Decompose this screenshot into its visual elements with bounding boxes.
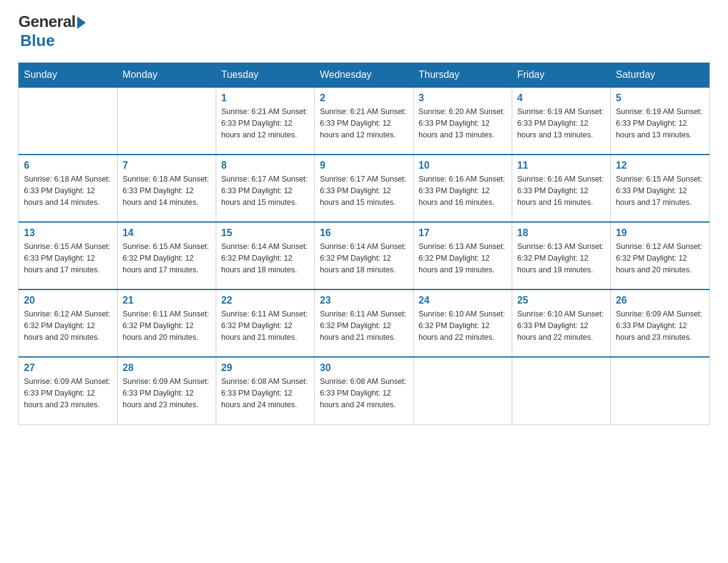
- day-info: Sunrise: 6:15 AM Sunset: 6:33 PM Dayligh…: [616, 174, 704, 208]
- calendar-cell: 28Sunrise: 6:09 AM Sunset: 6:33 PM Dayli…: [118, 357, 216, 424]
- day-number: 26: [616, 295, 704, 306]
- day-info: Sunrise: 6:16 AM Sunset: 6:33 PM Dayligh…: [419, 174, 507, 208]
- day-number: 27: [24, 362, 112, 373]
- day-number: 14: [123, 228, 211, 239]
- day-info: Sunrise: 6:08 AM Sunset: 6:33 PM Dayligh…: [221, 376, 309, 410]
- calendar-cell: 17Sunrise: 6:13 AM Sunset: 6:32 PM Dayli…: [414, 222, 512, 289]
- day-number: 1: [221, 93, 309, 104]
- header-day-saturday: Saturday: [611, 63, 710, 88]
- calendar-cell: 29Sunrise: 6:08 AM Sunset: 6:33 PM Dayli…: [216, 357, 315, 424]
- header-day-sunday: Sunday: [19, 63, 118, 88]
- day-info: Sunrise: 6:10 AM Sunset: 6:32 PM Dayligh…: [419, 308, 507, 343]
- calendar-cell: 24Sunrise: 6:10 AM Sunset: 6:32 PM Dayli…: [414, 289, 512, 357]
- calendar-cell: [19, 87, 118, 155]
- day-info: Sunrise: 6:18 AM Sunset: 6:33 PM Dayligh…: [123, 174, 211, 208]
- calendar-week-row: 6Sunrise: 6:18 AM Sunset: 6:33 PM Daylig…: [19, 155, 710, 222]
- calendar-cell: 18Sunrise: 6:13 AM Sunset: 6:32 PM Dayli…: [512, 222, 611, 289]
- logo-general-text: General: [18, 12, 75, 31]
- header-day-tuesday: Tuesday: [216, 63, 315, 88]
- logo-arrow-icon: [77, 17, 86, 29]
- day-number: 10: [419, 160, 507, 171]
- header-day-wednesday: Wednesday: [315, 63, 414, 88]
- day-info: Sunrise: 6:11 AM Sunset: 6:32 PM Dayligh…: [123, 308, 211, 343]
- day-number: 22: [221, 295, 309, 306]
- calendar-cell: 30Sunrise: 6:08 AM Sunset: 6:33 PM Dayli…: [315, 357, 414, 424]
- day-number: 12: [616, 160, 704, 171]
- day-number: 17: [419, 228, 507, 239]
- day-number: 21: [123, 295, 211, 306]
- calendar-cell: 23Sunrise: 6:11 AM Sunset: 6:32 PM Dayli…: [315, 289, 414, 357]
- calendar-cell: 2Sunrise: 6:21 AM Sunset: 6:33 PM Daylig…: [315, 87, 414, 155]
- calendar-week-row: 27Sunrise: 6:09 AM Sunset: 6:33 PM Dayli…: [19, 357, 710, 424]
- day-info: Sunrise: 6:09 AM Sunset: 6:33 PM Dayligh…: [123, 376, 211, 410]
- calendar-cell: 5Sunrise: 6:19 AM Sunset: 6:33 PM Daylig…: [611, 87, 710, 155]
- calendar-cell: 14Sunrise: 6:15 AM Sunset: 6:32 PM Dayli…: [118, 222, 216, 289]
- calendar-cell: 9Sunrise: 6:17 AM Sunset: 6:33 PM Daylig…: [315, 155, 414, 222]
- day-number: 13: [24, 228, 112, 239]
- header-day-friday: Friday: [512, 63, 611, 88]
- calendar-table: SundayMondayTuesdayWednesdayThursdayFrid…: [18, 63, 710, 425]
- day-info: Sunrise: 6:13 AM Sunset: 6:32 PM Dayligh…: [517, 241, 605, 275]
- calendar-week-row: 1Sunrise: 6:21 AM Sunset: 6:33 PM Daylig…: [19, 87, 710, 155]
- day-number: 6: [24, 160, 112, 171]
- day-info: Sunrise: 6:09 AM Sunset: 6:33 PM Dayligh…: [24, 376, 112, 410]
- day-number: 30: [320, 362, 408, 373]
- day-number: 8: [221, 160, 309, 171]
- calendar-cell: [512, 357, 611, 424]
- day-number: 24: [419, 295, 507, 306]
- day-number: 4: [517, 93, 605, 104]
- calendar-cell: 20Sunrise: 6:12 AM Sunset: 6:32 PM Dayli…: [19, 289, 118, 357]
- day-number: 2: [320, 93, 408, 104]
- day-number: 9: [320, 160, 408, 171]
- header-day-thursday: Thursday: [414, 63, 512, 88]
- day-info: Sunrise: 6:20 AM Sunset: 6:33 PM Dayligh…: [419, 106, 507, 140]
- day-info: Sunrise: 6:16 AM Sunset: 6:33 PM Dayligh…: [517, 174, 605, 208]
- day-info: Sunrise: 6:13 AM Sunset: 6:32 PM Dayligh…: [419, 241, 507, 275]
- day-info: Sunrise: 6:11 AM Sunset: 6:32 PM Dayligh…: [320, 308, 408, 343]
- calendar-cell: 21Sunrise: 6:11 AM Sunset: 6:32 PM Dayli…: [118, 289, 216, 357]
- day-info: Sunrise: 6:21 AM Sunset: 6:33 PM Dayligh…: [320, 106, 408, 140]
- day-number: 28: [123, 362, 211, 373]
- day-info: Sunrise: 6:17 AM Sunset: 6:33 PM Dayligh…: [320, 174, 408, 208]
- calendar-cell: 12Sunrise: 6:15 AM Sunset: 6:33 PM Dayli…: [611, 155, 710, 222]
- calendar-cell: 6Sunrise: 6:18 AM Sunset: 6:33 PM Daylig…: [19, 155, 118, 222]
- day-info: Sunrise: 6:15 AM Sunset: 6:33 PM Dayligh…: [24, 241, 112, 275]
- calendar-cell: 13Sunrise: 6:15 AM Sunset: 6:33 PM Dayli…: [19, 222, 118, 289]
- day-number: 29: [221, 362, 309, 373]
- day-info: Sunrise: 6:10 AM Sunset: 6:33 PM Dayligh…: [517, 308, 605, 343]
- day-number: 25: [517, 295, 605, 306]
- calendar-cell: 25Sunrise: 6:10 AM Sunset: 6:33 PM Dayli…: [512, 289, 611, 357]
- calendar-cell: 7Sunrise: 6:18 AM Sunset: 6:33 PM Daylig…: [118, 155, 216, 222]
- calendar-header-row: SundayMondayTuesdayWednesdayThursdayFrid…: [19, 63, 710, 88]
- calendar-cell: [118, 87, 216, 155]
- day-info: Sunrise: 6:14 AM Sunset: 6:32 PM Dayligh…: [320, 241, 408, 275]
- calendar-cell: [611, 357, 710, 424]
- day-number: 15: [221, 228, 309, 239]
- day-info: Sunrise: 6:12 AM Sunset: 6:32 PM Dayligh…: [24, 308, 112, 343]
- calendar-cell: [414, 357, 512, 424]
- calendar-cell: 16Sunrise: 6:14 AM Sunset: 6:32 PM Dayli…: [315, 222, 414, 289]
- calendar-cell: 15Sunrise: 6:14 AM Sunset: 6:32 PM Dayli…: [216, 222, 315, 289]
- calendar-cell: 26Sunrise: 6:09 AM Sunset: 6:33 PM Dayli…: [611, 289, 710, 357]
- day-info: Sunrise: 6:08 AM Sunset: 6:33 PM Dayligh…: [320, 376, 408, 410]
- day-info: Sunrise: 6:12 AM Sunset: 6:32 PM Dayligh…: [616, 241, 704, 275]
- day-number: 23: [320, 295, 408, 306]
- day-info: Sunrise: 6:21 AM Sunset: 6:33 PM Dayligh…: [221, 106, 309, 140]
- day-number: 3: [419, 93, 507, 104]
- day-info: Sunrise: 6:14 AM Sunset: 6:32 PM Dayligh…: [221, 241, 309, 275]
- day-info: Sunrise: 6:11 AM Sunset: 6:32 PM Dayligh…: [221, 308, 309, 343]
- logo-blue-text: Blue: [20, 31, 55, 50]
- calendar-cell: 4Sunrise: 6:19 AM Sunset: 6:33 PM Daylig…: [512, 87, 611, 155]
- calendar-cell: 8Sunrise: 6:17 AM Sunset: 6:33 PM Daylig…: [216, 155, 315, 222]
- calendar-week-row: 20Sunrise: 6:12 AM Sunset: 6:32 PM Dayli…: [19, 289, 710, 357]
- day-info: Sunrise: 6:15 AM Sunset: 6:32 PM Dayligh…: [123, 241, 211, 275]
- day-info: Sunrise: 6:09 AM Sunset: 6:33 PM Dayligh…: [616, 308, 704, 343]
- day-number: 20: [24, 295, 112, 306]
- day-number: 5: [616, 93, 704, 104]
- day-info: Sunrise: 6:19 AM Sunset: 6:33 PM Dayligh…: [517, 106, 605, 140]
- calendar-cell: 1Sunrise: 6:21 AM Sunset: 6:33 PM Daylig…: [216, 87, 315, 155]
- calendar-cell: 11Sunrise: 6:16 AM Sunset: 6:33 PM Dayli…: [512, 155, 611, 222]
- header-day-monday: Monday: [118, 63, 216, 88]
- day-info: Sunrise: 6:19 AM Sunset: 6:33 PM Dayligh…: [616, 106, 704, 140]
- day-number: 18: [517, 228, 605, 239]
